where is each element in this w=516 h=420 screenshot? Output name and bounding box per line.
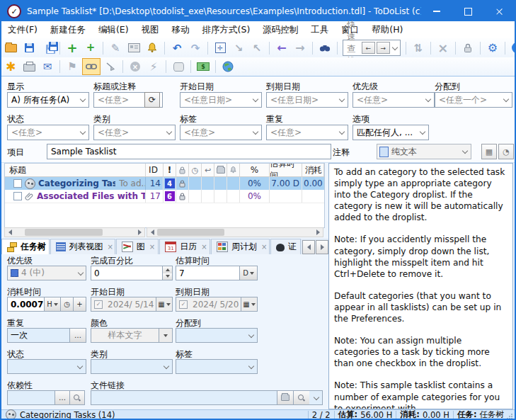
close-tab-icon[interactable]: × (201, 243, 207, 251)
tab-week-planner[interactable]: 周计划× (211, 239, 270, 254)
tab-chart[interactable]: 图× (116, 239, 159, 254)
filter-show-combo[interactable]: A) 所有任务(A) (7, 92, 89, 108)
calendar-dropdown-button[interactable]: ▦ (241, 297, 257, 311)
category-combo[interactable] (91, 359, 173, 374)
percent-done-input[interactable]: 0 (91, 266, 173, 280)
sort-button[interactable]: ⇅ (410, 40, 427, 56)
column-recurrence[interactable]: ↩ (202, 164, 214, 176)
resize-grip[interactable] (507, 414, 512, 419)
edit-notes-button[interactable] (125, 40, 142, 56)
currency-button[interactable]: $ (195, 59, 212, 74)
reminder-button[interactable] (144, 40, 161, 56)
date-checkbox[interactable]: ✓ (94, 300, 103, 309)
scroll-right-icon[interactable] (313, 228, 323, 237)
column-time[interactable]: ◷ (189, 164, 202, 176)
chevron-down-icon[interactable] (309, 391, 322, 404)
filter-tags-combo[interactable]: <任意> (180, 125, 262, 140)
column-percent[interactable]: % (240, 164, 270, 176)
lock-tasklist-button[interactable] (459, 40, 476, 56)
scroll-left-icon[interactable] (147, 228, 157, 237)
file-link-field[interactable] (91, 390, 323, 405)
add-time-button[interactable]: + (73, 297, 86, 311)
spent-unit-button[interactable]: H (44, 297, 60, 311)
columns-pane-scrollbar[interactable] (147, 227, 323, 237)
menu-file[interactable]: 文件(F) (1, 21, 44, 38)
filter-start-combo[interactable]: <任意日期> (180, 92, 262, 108)
menu-source-control[interactable]: 源码控制 (256, 21, 304, 38)
scroll-left-icon[interactable] (5, 228, 15, 237)
refresh-button[interactable]: ⟳ (144, 92, 160, 108)
link-button[interactable] (82, 58, 101, 75)
close-tab-icon[interactable]: × (149, 243, 155, 251)
maximize-button[interactable] (452, 1, 483, 21)
redo-button[interactable]: ↷ (187, 40, 204, 56)
print-button[interactable] (21, 59, 38, 74)
email-button[interactable]: ✉ (39, 59, 56, 74)
menu-tools[interactable]: 工具 (304, 21, 335, 38)
dependency-field[interactable]: … (7, 390, 85, 405)
column-reminder[interactable] (227, 164, 240, 176)
menu-new-task[interactable]: 新建任务 (44, 21, 92, 38)
stop-button[interactable]: × (127, 59, 144, 74)
status-combo[interactable] (7, 359, 86, 374)
edit-task-button[interactable]: ✎ (107, 40, 124, 56)
column-priority[interactable]: ! (164, 164, 176, 176)
column-id[interactable]: ID (146, 164, 164, 176)
open-file-button[interactable] (2, 40, 19, 56)
filter-category-combo[interactable]: <任意> (93, 125, 176, 140)
view-file-button[interactable] (293, 391, 309, 404)
comments-save-button[interactable]: ▦ (481, 144, 497, 159)
tab-kanban[interactable]: 证 (270, 239, 301, 254)
save-button[interactable] (21, 40, 38, 56)
scrollbar-thumb[interactable] (25, 229, 103, 236)
scroll-right-icon[interactable] (134, 228, 144, 237)
due-date-picker[interactable]: ✓ 2024/ 5/20 ▦ (176, 297, 258, 312)
column-estimate[interactable]: 估算时间 (270, 164, 302, 176)
delete-task-button[interactable]: × (435, 40, 452, 56)
undo-button[interactable]: ↶ (168, 40, 185, 56)
start-date-picker[interactable]: ✓ 2024/ 5/14 ▦ (91, 297, 173, 312)
move-task-right-button[interactable]: ↘ (230, 40, 247, 56)
spinner[interactable] (162, 266, 172, 280)
find-next-button[interactable]: → (377, 42, 390, 54)
tab-scroll-left-button[interactable] (302, 240, 315, 254)
dependency-edit-button[interactable]: … (55, 391, 69, 404)
find-tasks-button[interactable] (316, 40, 333, 56)
color-combo[interactable]: 样本文字 (91, 328, 173, 343)
priority-combo[interactable]: 4 (中) (7, 266, 86, 280)
preferences-button[interactable]: ⚙ (484, 40, 501, 56)
title-pane-scrollbar[interactable] (4, 227, 145, 237)
run-plugin-button[interactable]: ⚡ (145, 59, 162, 74)
tab-scroll-right-button[interactable] (316, 240, 328, 254)
quick-find-combo[interactable]: 快速查找(Q) ← → (343, 40, 401, 56)
tags-combo[interactable] (176, 359, 258, 374)
cleanup-button[interactable] (102, 59, 119, 74)
comments-history-button[interactable]: ◔ (498, 144, 514, 159)
menu-help[interactable]: 帮助(H) (365, 21, 409, 38)
filter-priority-combo[interactable]: <任意> (352, 92, 435, 108)
back-button[interactable]: ← (273, 40, 290, 56)
dependency-view-button[interactable] (69, 391, 84, 404)
forward-button[interactable]: → (292, 40, 309, 56)
close-tab-icon[interactable]: × (108, 243, 113, 251)
column-filelink[interactable] (214, 164, 227, 176)
web-update-button[interactable] (219, 59, 236, 74)
project-title-input[interactable]: Sample Tasklist (47, 144, 331, 159)
menu-sort[interactable]: 排序方式(S) (196, 21, 257, 38)
spent-input[interactable]: 0.0007 H ◷ + (7, 297, 86, 312)
task-checkbox[interactable] (13, 179, 22, 188)
filter-due-combo[interactable]: <任意日期> (266, 92, 348, 108)
move-task-left-button[interactable]: ↖ (248, 40, 265, 56)
track-time-button[interactable]: ◷ (60, 297, 73, 311)
new-tasklist-button[interactable]: ✱ (2, 59, 19, 74)
menu-edit[interactable]: 编辑(E) (92, 21, 135, 38)
filter-assigned-combo[interactable]: <任意一个> (435, 92, 512, 108)
tab-list-view[interactable]: 列表视图× (50, 239, 115, 254)
scrollbar-thumb[interactable] (157, 229, 224, 236)
maximize-tasklist-button[interactable]: ✛ (212, 40, 229, 56)
chevron-down-icon[interactable] (159, 329, 172, 342)
new-subtask-button[interactable]: + (82, 40, 99, 56)
filter-options-combo[interactable]: 匹配任何人, ... (352, 125, 429, 140)
assigned-to-combo[interactable] (176, 328, 258, 343)
estimate-unit-button[interactable]: D (239, 266, 257, 280)
